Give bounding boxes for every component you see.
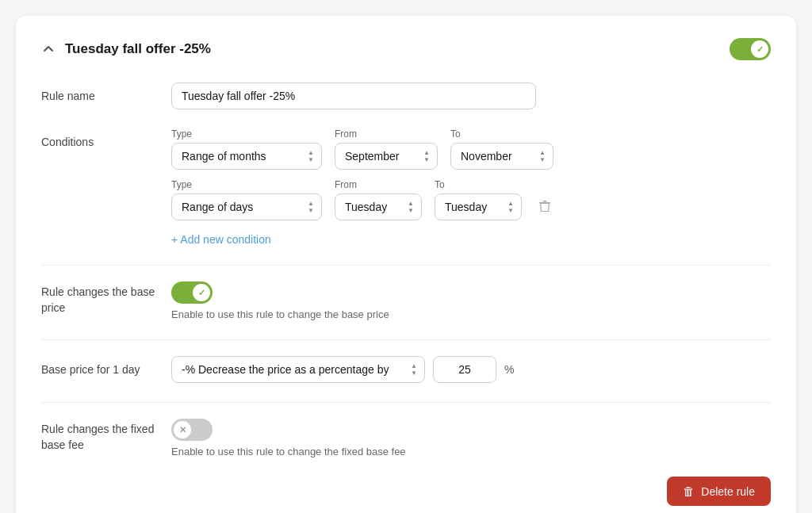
rule-name-row: Rule name (41, 82, 771, 109)
condition2-from-label: From (335, 179, 422, 190)
base-price-content: ✓ Enable to use this rule to change the … (171, 281, 771, 320)
condition2-to-group: To Monday Tuesday WednesdayThursday Frid… (435, 179, 522, 220)
condition1-to-wrapper: JanuaryFebruaryMarch AprilMayJune JulyAu… (450, 143, 553, 170)
condition1-type-wrapper: Range of months Range of days Range of h… (171, 143, 322, 170)
price-for-day-label: Base price for 1 day (41, 356, 159, 378)
condition1-from-group: From JanuaryFebruaryMarch AprilMayJune J… (335, 128, 438, 170)
condition2-delete-button[interactable] (534, 196, 555, 220)
condition-row-1: Type Range of months Range of days Range… (171, 128, 771, 170)
condition1-to-group: To JanuaryFebruaryMarch AprilMayJune Jul… (450, 128, 553, 170)
rule-name-label: Rule name (41, 82, 159, 105)
fixed-fee-label: Rule changes the fixed base fee (41, 419, 159, 453)
condition2-type-wrapper: Range of months Range of days Range of h… (171, 193, 322, 220)
base-price-description: Enable to use this rule to change the ba… (171, 308, 771, 320)
condition1-from-label: From (335, 128, 438, 140)
divider-2 (41, 339, 771, 340)
price-for-day-row: Base price for 1 day -% Decrease the pri… (41, 356, 771, 383)
rule-card: Tuesday fall offer -25% ✓ Rule name Cond… (16, 16, 796, 513)
condition1-type-label: Type (171, 128, 322, 140)
header-toggle-knob: ✓ (751, 40, 768, 58)
fixed-fee-description: Enable to use this rule to change the fi… (171, 446, 771, 457)
header-toggle-check-icon: ✓ (756, 44, 764, 55)
conditions-row: Conditions Type Range of months Range of… (41, 128, 771, 246)
add-condition-link[interactable]: + Add new condition (171, 233, 771, 246)
delete-rule-trash-icon: 🗑 (683, 484, 695, 498)
condition2-from-group: From Monday Tuesday WednesdayThursday Fr… (335, 179, 422, 220)
delete-rule-label: Delete rule (701, 485, 755, 498)
condition2-to-select[interactable]: Monday Tuesday WednesdayThursday FridayS… (435, 193, 522, 220)
condition1-from-wrapper: JanuaryFebruaryMarch AprilMayJune JulyAu… (335, 143, 438, 170)
condition1-type-group: Type Range of months Range of days Range… (171, 128, 322, 170)
rule-title: Tuesday fall offer -25% (65, 41, 211, 57)
header-toggle[interactable]: ✓ (730, 38, 771, 60)
collapse-button[interactable] (41, 42, 56, 56)
fixed-fee-toggle-knob: ✕ (174, 421, 191, 438)
rule-name-content (171, 82, 771, 109)
base-price-toggle-row: Rule changes the base price ✓ Enable to … (41, 281, 771, 320)
fixed-fee-toggle-row: Rule changes the fixed base fee ✕ Enable… (41, 419, 771, 457)
condition2-type-select[interactable]: Range of months Range of days Range of h… (171, 193, 322, 220)
header: Tuesday fall offer -25% ✓ (41, 38, 771, 60)
base-price-toggle-knob: ✓ (193, 284, 210, 301)
condition2-from-select[interactable]: Monday Tuesday WednesdayThursday FridayS… (335, 193, 422, 220)
divider-1 (41, 265, 771, 266)
condition2-to-label: To (435, 179, 522, 190)
svg-rect-1 (543, 201, 547, 202)
condition2-to-wrapper: Monday Tuesday WednesdayThursday FridayS… (435, 193, 522, 220)
condition2-type-label: Type (171, 179, 322, 190)
price-type-wrapper: -% Decrease the price as a percentage by… (171, 356, 425, 383)
header-left: Tuesday fall offer -25% (41, 41, 211, 57)
condition1-from-select[interactable]: JanuaryFebruaryMarch AprilMayJune JulyAu… (335, 143, 438, 170)
fixed-fee-toggle-row-inner: ✕ (171, 419, 771, 441)
rule-name-input[interactable] (171, 82, 536, 109)
condition2-from-wrapper: Monday Tuesday WednesdayThursday FridayS… (335, 193, 422, 220)
price-row: -% Decrease the price as a percentage by… (171, 356, 771, 383)
condition1-to-select[interactable]: JanuaryFebruaryMarch AprilMayJune JulyAu… (450, 143, 553, 170)
conditions-content: Type Range of months Range of days Range… (171, 128, 771, 246)
fixed-fee-toggle[interactable]: ✕ (171, 419, 213, 441)
footer: 🗑 Delete rule (41, 477, 771, 506)
price-for-day-content: -% Decrease the price as a percentage by… (171, 356, 771, 383)
conditions-group: Type Range of months Range of days Range… (171, 128, 771, 246)
base-price-toggle[interactable]: ✓ (171, 281, 213, 304)
condition-row-2: Type Range of months Range of days Range… (171, 179, 771, 220)
price-amount-input[interactable] (433, 356, 496, 383)
fixed-fee-content: ✕ Enable to use this rule to change the … (171, 419, 771, 457)
condition1-type-select[interactable]: Range of months Range of days Range of h… (171, 143, 322, 170)
base-price-label: Rule changes the base price (41, 281, 159, 316)
percent-symbol: % (504, 363, 514, 376)
divider-3 (41, 402, 771, 403)
condition2-type-group: Type Range of months Range of days Range… (171, 179, 322, 220)
price-type-select[interactable]: -% Decrease the price as a percentage by… (171, 356, 425, 383)
delete-rule-button[interactable]: 🗑 Delete rule (667, 477, 771, 506)
base-price-toggle-check-icon: ✓ (198, 288, 205, 298)
fixed-fee-toggle-x-icon: ✕ (179, 425, 186, 435)
base-price-toggle-row-inner: ✓ (171, 281, 771, 304)
conditions-label: Conditions (41, 128, 159, 151)
condition1-to-label: To (450, 128, 553, 140)
